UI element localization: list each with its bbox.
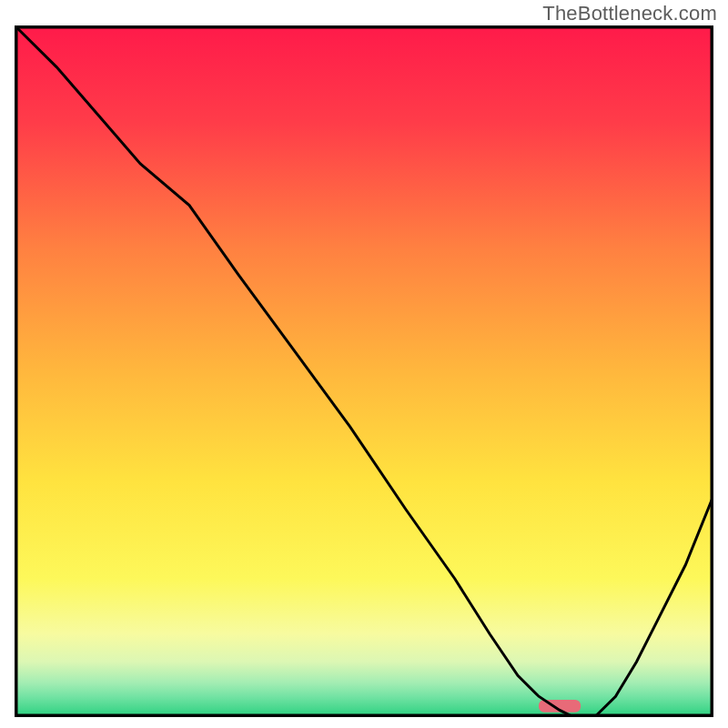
bottleneck-chart	[15, 25, 713, 717]
watermark-text: TheBottleneck.com	[542, 2, 717, 25]
gradient-background	[15, 25, 713, 717]
